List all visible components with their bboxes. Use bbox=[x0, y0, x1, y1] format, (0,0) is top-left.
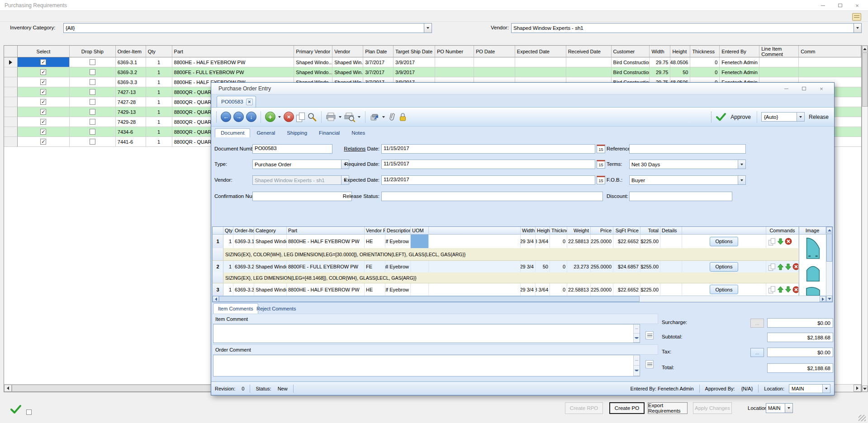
options-button[interactable]: Options bbox=[710, 237, 739, 246]
print-preview-icon[interactable] bbox=[344, 112, 355, 122]
select-checkbox[interactable]: ✓ bbox=[40, 69, 46, 75]
release-button[interactable]: Release bbox=[807, 114, 830, 120]
col-drop-ship[interactable]: Drop Ship bbox=[70, 46, 116, 57]
select-checkbox[interactable]: ✓ bbox=[40, 59, 46, 65]
col-plan-date[interactable]: Plan Date bbox=[363, 46, 394, 57]
chevron-down-icon[interactable] bbox=[738, 176, 745, 184]
grid-row-group[interactable]: 1 1 6369-3.1 Shaped Windows 8800HE - HAL… bbox=[213, 235, 826, 261]
scroll-left-icon[interactable] bbox=[4, 385, 12, 392]
dialog-maximize-button[interactable] bbox=[798, 85, 809, 93]
copy-row-icon[interactable] bbox=[768, 263, 775, 270]
create-rpo-button[interactable]: Create RPO bbox=[565, 402, 603, 414]
scroll-down-icon[interactable] bbox=[826, 296, 832, 302]
expected-date-field[interactable]: 11/23/2017 bbox=[381, 175, 595, 185]
col-category[interactable]: Category bbox=[254, 227, 287, 235]
select-checkbox[interactable]: ✓ bbox=[40, 129, 46, 135]
export-requirements-button[interactable]: Export Requirements bbox=[648, 402, 688, 414]
chevron-down-icon[interactable] bbox=[854, 24, 861, 33]
forward-button[interactable]: → bbox=[233, 112, 244, 122]
add-item-button[interactable]: + bbox=[265, 112, 275, 122]
approve-button[interactable]: Approve bbox=[729, 114, 753, 120]
move-down-icon[interactable] bbox=[785, 286, 792, 293]
select-checkbox[interactable]: ✓ bbox=[40, 119, 46, 125]
footer-checkbox[interactable] bbox=[26, 409, 32, 415]
col-part[interactable]: Part bbox=[287, 227, 365, 235]
tax-field[interactable]: $0.00 bbox=[767, 348, 833, 357]
dialog-close-button[interactable]: × bbox=[816, 85, 827, 93]
drop-ship-checkbox[interactable] bbox=[90, 59, 95, 65]
select-checkbox[interactable]: ✓ bbox=[40, 89, 46, 95]
grid-row[interactable]: 1 1 6369-3.1 Shaped Windows 8800HE - HAL… bbox=[213, 235, 799, 248]
resize-grip[interactable] bbox=[859, 415, 866, 421]
scroll-right-icon[interactable] bbox=[854, 385, 861, 392]
col-select[interactable]: Select bbox=[18, 46, 70, 57]
drop-ship-checkbox[interactable] bbox=[90, 89, 95, 95]
attachment-icon[interactable] bbox=[386, 111, 397, 123]
dialog-title-bar[interactable]: Purchase Order Entry × bbox=[211, 83, 834, 94]
delete-row-icon[interactable] bbox=[785, 238, 792, 245]
tab-financial[interactable]: Financial bbox=[313, 129, 345, 137]
terms-select[interactable]: Net 30 Days bbox=[629, 160, 746, 169]
copy-row-icon[interactable] bbox=[768, 286, 775, 293]
options-button[interactable]: Options bbox=[710, 285, 739, 294]
col-primary-vendor[interactable]: Primary Vendor bbox=[294, 46, 332, 57]
col-expected-date[interactable]: Expected Date bbox=[515, 46, 566, 57]
close-tab-button[interactable]: × bbox=[246, 99, 253, 105]
col-vendor-part[interactable]: Vendor Part bbox=[365, 227, 385, 235]
col-po-date[interactable]: PO Date bbox=[474, 46, 515, 57]
move-up-icon[interactable] bbox=[777, 263, 784, 270]
grid-horizontal-scrollbar[interactable] bbox=[213, 296, 826, 302]
scrollbar-thumb[interactable] bbox=[219, 296, 640, 302]
delete-row-icon[interactable] bbox=[792, 286, 799, 293]
col-details[interactable]: Details bbox=[660, 227, 682, 235]
tax-options-button[interactable]: ... bbox=[750, 348, 764, 357]
create-po-button[interactable]: Create PO bbox=[609, 402, 645, 414]
chevron-down-icon[interactable] bbox=[738, 160, 745, 169]
table-row[interactable]: ✓ 6369-3.1 1 8800HE - HALF EYEBROW PW Sh… bbox=[4, 57, 861, 67]
col-thickness[interactable]: Thickness bbox=[550, 227, 567, 235]
item-comment-textarea[interactable] bbox=[213, 324, 640, 343]
col-uom[interactable]: UOM bbox=[411, 227, 429, 235]
col-vendor[interactable]: Vendor bbox=[332, 46, 363, 57]
fob-select[interactable]: Buyer bbox=[629, 175, 746, 185]
close-button[interactable]: × bbox=[852, 1, 863, 9]
col-thickness[interactable]: Thickness bbox=[690, 46, 720, 57]
col-comment[interactable]: Comm bbox=[799, 46, 861, 57]
delete-row-icon[interactable] bbox=[792, 263, 799, 270]
maximize-button[interactable] bbox=[835, 1, 845, 9]
select-checkbox[interactable]: ✓ bbox=[40, 99, 46, 105]
scroll-up-icon[interactable] bbox=[862, 46, 868, 52]
cancel-button[interactable]: × bbox=[284, 112, 294, 122]
apply-changes-button[interactable]: Apply Changes bbox=[693, 402, 732, 414]
inventory-category-select[interactable]: {All} bbox=[63, 23, 432, 33]
drop-ship-checkbox[interactable] bbox=[90, 79, 95, 85]
goto-button[interactable]: ↓ bbox=[246, 112, 256, 122]
chevron-down-icon[interactable] bbox=[339, 116, 342, 118]
tab-general[interactable]: General bbox=[251, 129, 280, 137]
select-checkbox[interactable]: ✓ bbox=[40, 139, 46, 145]
col-entered-by[interactable]: Entered By bbox=[720, 46, 759, 57]
col-po-number[interactable]: PO Number bbox=[435, 46, 474, 57]
approve-check-icon[interactable] bbox=[716, 113, 726, 122]
drop-ship-checkbox[interactable] bbox=[90, 139, 95, 145]
col-image[interactable]: Image bbox=[799, 227, 826, 235]
col-part[interactable]: Part bbox=[172, 46, 294, 57]
col-width[interactable]: Width bbox=[650, 46, 670, 57]
drop-ship-checkbox[interactable] bbox=[90, 129, 95, 135]
dialog-minimize-button[interactable] bbox=[781, 85, 792, 93]
discount-field[interactable] bbox=[629, 192, 732, 201]
col-target-ship-date[interactable]: Target Ship Date bbox=[394, 46, 435, 57]
col-order-item[interactable]: Order-Item bbox=[116, 46, 146, 57]
dialog-location-select[interactable]: MAIN bbox=[789, 384, 830, 393]
col-customer[interactable]: Customer bbox=[612, 46, 650, 57]
print-icon[interactable] bbox=[326, 112, 336, 122]
calendar-icon[interactable]: 15 bbox=[597, 145, 605, 153]
lock-icon[interactable] bbox=[398, 112, 408, 122]
po-document-tab[interactable]: PO00583 × bbox=[217, 96, 256, 107]
tab-shipping[interactable]: Shipping bbox=[281, 129, 313, 137]
copy-icon[interactable] bbox=[296, 112, 305, 122]
chevron-down-icon[interactable] bbox=[382, 116, 385, 118]
tab-reject-comments[interactable]: Reject Comments bbox=[252, 303, 300, 314]
relations-link[interactable]: Relations bbox=[344, 146, 365, 151]
col-qty[interactable]: Qty bbox=[146, 46, 172, 57]
